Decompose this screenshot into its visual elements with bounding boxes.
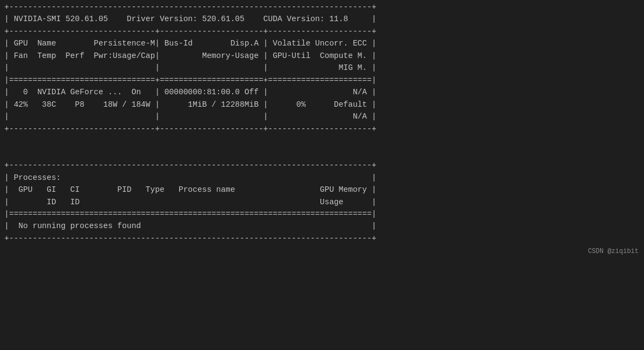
terminal-window: +---------------------------------------… [0, 0, 644, 350]
terminal-output: +---------------------------------------… [0, 0, 644, 247]
watermark: CSDN @ziqibit [0, 247, 644, 259]
